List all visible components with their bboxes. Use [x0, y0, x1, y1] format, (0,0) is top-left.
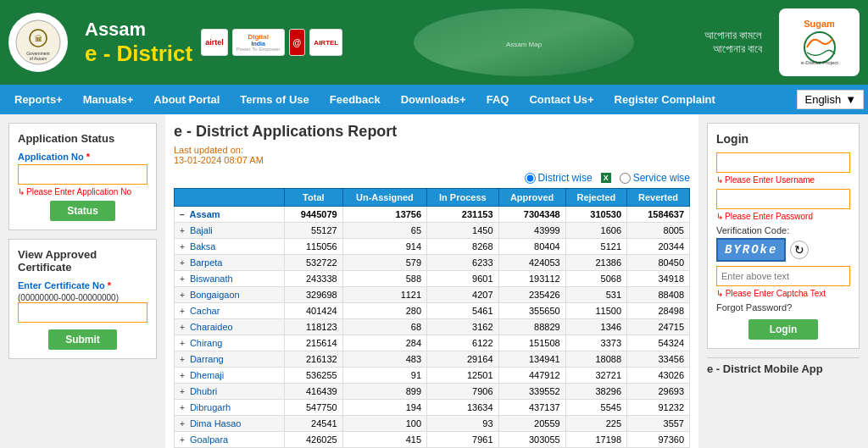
captcha-area: BYROke ↻	[716, 238, 850, 262]
expand-icon[interactable]: +	[180, 242, 185, 252]
row-reverted: 1584637	[627, 207, 690, 223]
expand-icon[interactable]: +	[180, 355, 185, 364]
expand-icon[interactable]: +	[180, 371, 185, 380]
nav-reports[interactable]: Reports+	[4, 85, 73, 114]
row-unassigned: 13756	[342, 207, 426, 223]
nav-register[interactable]: Register Complaint	[604, 85, 726, 114]
district-name[interactable]: Barpeta	[190, 257, 223, 268]
row-inprocess: 6233	[427, 255, 498, 271]
row-name[interactable]: + Bajali	[175, 223, 285, 239]
row-name[interactable]: + Dhubri	[175, 384, 285, 400]
govt-logo: 🏛 Government of Assam	[8, 13, 68, 72]
district-wise-radio[interactable]: District wise	[525, 172, 593, 184]
expand-icon[interactable]: +	[180, 419, 185, 429]
row-name[interactable]: + Biswanath	[175, 271, 285, 287]
nav-downloads[interactable]: Downloads+	[391, 85, 476, 114]
district-name[interactable]: Baksa	[190, 241, 216, 252]
expand-icon[interactable]: −	[180, 210, 185, 219]
error-arrow-icon: ↳	[18, 187, 25, 196]
row-rejected: 32721	[565, 368, 626, 384]
row-rejected: 3373	[565, 335, 626, 351]
row-inprocess: 8268	[427, 239, 498, 255]
language-selector[interactable]: English ▼	[797, 90, 864, 109]
expand-icon[interactable]: +	[180, 403, 185, 412]
forgot-password-link[interactable]: Forgot Password?	[716, 302, 850, 312]
last-updated: Last updated on: 13-01-2024 08:07 AM	[174, 145, 690, 165]
row-name[interactable]: + Dibrugarh	[175, 400, 285, 416]
excel-icon[interactable]: X	[601, 173, 611, 183]
expand-icon[interactable]: +	[180, 387, 185, 396]
district-name[interactable]: Darrang	[190, 354, 224, 364]
col-unassigned: Un-Assigned	[342, 189, 426, 207]
district-name[interactable]: Dhemaji	[190, 370, 224, 380]
table-row: + Chirang 215614 284 6122 151508 3373 54…	[175, 335, 690, 351]
row-name[interactable]: + Cachar	[175, 303, 285, 319]
row-rejected: 38296	[565, 384, 626, 400]
app-no-input[interactable]	[18, 164, 147, 185]
row-total: 416439	[285, 384, 343, 400]
district-name[interactable]: Biswanath	[190, 274, 233, 284]
row-name[interactable]: + Baksa	[175, 239, 285, 255]
table-row: + Biswanath 243338 588 9601 193112 5068 …	[175, 271, 690, 287]
captcha-input[interactable]	[716, 266, 850, 286]
row-unassigned: 91	[342, 368, 426, 384]
nav-manuals[interactable]: Manuals+	[73, 85, 144, 114]
expand-icon[interactable]: +	[180, 274, 185, 284]
row-unassigned: 194	[342, 400, 426, 416]
row-name[interactable]: + Charaideo	[175, 319, 285, 335]
row-reverted: 54324	[627, 335, 690, 351]
district-name[interactable]: Goalpara	[190, 434, 228, 445]
district-name[interactable]: Dima Hasao	[190, 418, 242, 429]
cert-hint: (00000000-000-00000000)	[18, 293, 147, 302]
row-name[interactable]: + Darrang	[175, 351, 285, 368]
captcha-image: BYROke	[716, 238, 786, 262]
expand-icon[interactable]: +	[180, 323, 185, 332]
district-name[interactable]: Chirang	[190, 338, 223, 348]
district-name[interactable]: Dhubri	[190, 386, 217, 396]
nav-contact[interactable]: Contact Us+	[519, 85, 604, 114]
chevron-down-icon: ▼	[845, 93, 856, 106]
row-unassigned: 914	[342, 239, 426, 255]
expand-icon[interactable]: +	[180, 307, 185, 316]
district-name[interactable]: Bongaigaon	[190, 290, 240, 300]
expand-icon[interactable]: +	[180, 339, 185, 348]
mobile-app-title: e - District Mobile App	[707, 357, 860, 375]
district-name[interactable]: Assam	[190, 209, 220, 219]
nav-terms[interactable]: Terms of Use	[230, 85, 319, 114]
row-name[interactable]: + Dima Hasao	[175, 416, 285, 432]
row-approved: 447912	[498, 368, 565, 384]
row-rejected: 11500	[565, 303, 626, 319]
row-name[interactable]: + Dhemaji	[175, 368, 285, 384]
data-table: Total Un-Assigned In Process Approved Re…	[174, 188, 690, 448]
district-name[interactable]: Charaideo	[190, 322, 233, 332]
row-name[interactable]: + Goalpara	[175, 432, 285, 448]
expand-icon[interactable]: +	[180, 290, 185, 300]
row-name[interactable]: − Assam	[175, 207, 285, 223]
table-row: + Dibrugarh 547750 194 13634 437137 5545…	[175, 400, 690, 416]
captcha-refresh-button[interactable]: ↻	[790, 241, 809, 259]
district-name[interactable]: Cachar	[190, 306, 220, 316]
submit-button[interactable]: Submit	[48, 329, 117, 350]
district-name[interactable]: Bajali	[190, 225, 213, 235]
district-name[interactable]: Dibrugarh	[190, 402, 231, 412]
expand-icon[interactable]: +	[180, 435, 185, 445]
nav-about[interactable]: About Portal	[143, 85, 230, 114]
col-inprocess: In Process	[427, 189, 498, 207]
row-rejected: 5545	[565, 400, 626, 416]
row-name[interactable]: + Barpeta	[175, 255, 285, 271]
row-name[interactable]: + Bongaigaon	[175, 287, 285, 303]
row-approved: 134941	[498, 351, 565, 368]
password-input[interactable]	[716, 189, 850, 209]
row-rejected: 225	[565, 416, 626, 432]
cert-no-input[interactable]	[18, 302, 147, 323]
login-button[interactable]: Login	[748, 319, 819, 340]
username-input[interactable]	[716, 152, 850, 173]
row-inprocess: 1450	[427, 223, 498, 239]
nav-feedback[interactable]: Feedback	[320, 85, 391, 114]
status-button[interactable]: Status	[50, 201, 115, 221]
row-name[interactable]: + Chirang	[175, 335, 285, 351]
expand-icon[interactable]: +	[180, 226, 185, 235]
expand-icon[interactable]: +	[180, 258, 185, 268]
nav-faq[interactable]: FAQ	[476, 85, 520, 114]
service-wise-radio[interactable]: Service wise	[620, 172, 690, 184]
